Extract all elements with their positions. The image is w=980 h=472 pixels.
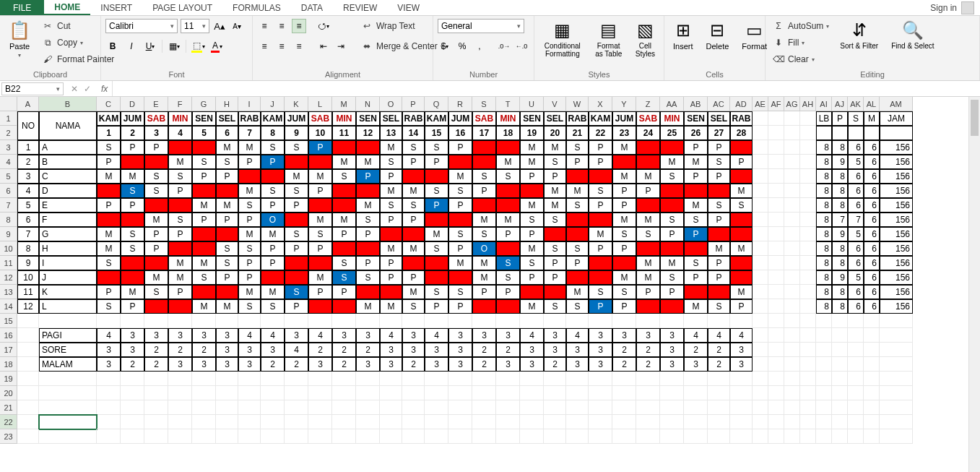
decrease-font-button[interactable]: A▾ <box>230 19 244 33</box>
cell[interactable]: P <box>544 169 566 184</box>
cell[interactable]: O <box>216 227 238 241</box>
cell[interactable] <box>800 140 816 155</box>
cell[interactable] <box>121 415 144 429</box>
cell[interactable]: I <box>39 256 97 270</box>
cell[interactable]: 8 <box>816 270 832 285</box>
column-header[interactable]: Q <box>425 97 448 111</box>
align-right-button[interactable]: ≡ <box>292 39 306 53</box>
cell[interactable]: M <box>380 140 402 155</box>
cell[interactable]: S <box>238 198 261 213</box>
cell[interactable] <box>800 155 816 169</box>
cell[interactable]: P <box>356 256 380 270</box>
cell[interactable]: 156 <box>880 213 913 227</box>
cell[interactable] <box>816 357 832 372</box>
cell[interactable]: O <box>636 155 660 169</box>
cell[interactable]: P <box>380 270 402 285</box>
cell[interactable]: P <box>612 299 636 314</box>
cell[interactable]: O <box>566 270 589 285</box>
column-header[interactable]: AC <box>708 97 730 111</box>
cell[interactable]: M <box>380 184 402 198</box>
cell[interactable]: 2 <box>544 357 566 372</box>
cell[interactable]: O <box>308 198 332 213</box>
cell[interactable]: S <box>544 213 566 227</box>
cell[interactable]: M <box>216 140 238 155</box>
cell[interactable]: O <box>708 285 730 299</box>
cell[interactable]: 6 <box>864 285 880 299</box>
cell[interactable] <box>708 386 730 400</box>
cell[interactable] <box>784 126 800 140</box>
cell[interactable]: P <box>261 155 285 169</box>
cell[interactable] <box>566 415 589 429</box>
cell[interactable]: 3 <box>121 328 144 343</box>
cell[interactable] <box>144 314 168 328</box>
cell[interactable] <box>566 372 589 386</box>
cell[interactable]: M <box>380 299 402 314</box>
cell[interactable]: S <box>121 227 144 241</box>
cell[interactable]: 6 <box>864 241 880 256</box>
cell[interactable] <box>800 227 816 241</box>
column-header[interactable]: AE <box>753 97 768 111</box>
cell[interactable] <box>261 415 285 429</box>
cell[interactable] <box>832 415 848 429</box>
cell[interactable]: P <box>708 169 730 184</box>
align-top-button[interactable]: ≡ <box>257 19 272 33</box>
cell[interactable] <box>848 400 864 415</box>
cell[interactable]: S <box>238 241 261 256</box>
cell[interactable] <box>768 241 784 256</box>
cell[interactable]: S <box>589 184 612 198</box>
cell[interactable] <box>864 314 880 328</box>
cell[interactable]: 3 <box>144 328 168 343</box>
cell[interactable]: M <box>144 270 168 285</box>
cell[interactable]: 3 <box>589 357 612 372</box>
column-header[interactable]: AK <box>848 97 864 111</box>
row-header[interactable]: 3 <box>0 140 17 155</box>
cell[interactable] <box>612 400 636 415</box>
cell[interactable]: P <box>192 169 216 184</box>
cell[interactable] <box>753 241 768 256</box>
align-bottom-button[interactable]: ≡ <box>292 19 306 33</box>
cell[interactable]: O <box>425 213 448 227</box>
accounting-format-button[interactable]: $▾ <box>438 39 452 53</box>
cell[interactable]: MIN <box>496 111 520 126</box>
cell[interactable]: O <box>730 169 753 184</box>
cell[interactable]: M <box>612 140 636 155</box>
cell[interactable]: 3 <box>589 328 612 343</box>
cell[interactable]: M <box>308 169 332 184</box>
cell[interactable] <box>784 372 800 386</box>
underline-button[interactable]: U▾ <box>143 39 157 53</box>
cell[interactable] <box>520 386 544 400</box>
cell[interactable]: M <box>238 285 261 299</box>
cell[interactable]: O <box>566 169 589 184</box>
cell[interactable]: P <box>121 299 144 314</box>
cell[interactable] <box>472 386 496 400</box>
cell[interactable]: 6 <box>848 299 864 314</box>
cell[interactable]: M <box>332 213 356 227</box>
decrease-decimal-button[interactable]: ←.0 <box>514 39 529 53</box>
cell[interactable] <box>800 357 816 372</box>
cell[interactable] <box>285 415 308 429</box>
cell[interactable] <box>753 314 768 328</box>
cell[interactable] <box>636 429 660 444</box>
cell[interactable]: M <box>238 227 261 241</box>
cell[interactable]: P <box>636 184 660 198</box>
cell[interactable] <box>800 111 816 126</box>
cell[interactable]: 28 <box>730 126 753 140</box>
cell[interactable]: S <box>97 299 121 314</box>
cell[interactable] <box>660 314 684 328</box>
cell[interactable] <box>332 314 356 328</box>
cell[interactable]: 26 <box>684 126 708 140</box>
cell[interactable] <box>544 429 566 444</box>
cell[interactable]: 4 <box>238 328 261 343</box>
cell[interactable] <box>816 126 832 140</box>
font-size-select[interactable]: 11▾ <box>181 19 209 33</box>
cell[interactable]: M <box>402 241 425 256</box>
cell[interactable]: S <box>496 169 520 184</box>
cell[interactable]: S <box>261 299 285 314</box>
cell[interactable]: O <box>544 227 566 241</box>
cell[interactable] <box>425 314 448 328</box>
cell[interactable] <box>472 372 496 386</box>
cell[interactable] <box>753 184 768 198</box>
cell[interactable] <box>800 241 816 256</box>
cell[interactable]: S <box>285 285 308 299</box>
column-header[interactable]: AG <box>784 97 800 111</box>
